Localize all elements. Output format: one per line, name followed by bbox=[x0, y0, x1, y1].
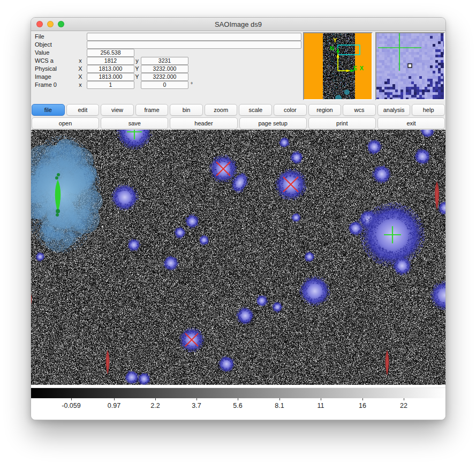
file-value-field bbox=[87, 33, 301, 41]
colorbar-tick bbox=[404, 398, 404, 400]
colorbar-label: 3.7 bbox=[192, 402, 201, 409]
frame-angle-field: 0 bbox=[141, 81, 188, 89]
colorbar-tick bbox=[362, 398, 363, 400]
colorbar-label: 5.6 bbox=[233, 402, 242, 409]
physical-x-field: 1813.000 bbox=[87, 65, 134, 73]
info-label-file: File bbox=[35, 33, 44, 40]
wcs-y-field: 3231 bbox=[141, 57, 188, 65]
frame-zoom-field: 1 bbox=[87, 81, 134, 89]
colorbar-label: -0.059 bbox=[62, 402, 80, 409]
info-label-physical: Physical bbox=[35, 65, 57, 72]
panner-axis-y-label: Y bbox=[333, 38, 337, 43]
colorbar-label: 22 bbox=[400, 402, 407, 409]
menu-row-main: file edit view frame bin zoom scale colo… bbox=[32, 104, 445, 116]
colorbar-label: 2.2 bbox=[150, 402, 160, 409]
menu-button-zoom[interactable]: zoom bbox=[205, 104, 238, 116]
colorbar-label: 16 bbox=[359, 402, 366, 409]
info-label-wcs: WCS a bbox=[35, 57, 54, 64]
menu-button-region[interactable]: region bbox=[308, 104, 342, 116]
colorbar-tick bbox=[71, 398, 72, 400]
info-label-image: Image bbox=[35, 73, 51, 80]
menu-row-file-actions: open save header page setup print exit bbox=[32, 117, 445, 129]
close-icon[interactable] bbox=[36, 21, 43, 27]
menu-button-wcs[interactable]: wcs bbox=[343, 104, 376, 116]
colorbar-label: 0.97 bbox=[108, 402, 120, 409]
panner-panel[interactable]: Y N E X bbox=[303, 32, 373, 100]
pixel-value-field: 256.538 bbox=[87, 49, 134, 57]
magnifier-panel bbox=[375, 32, 445, 100]
image-x-label: X bbox=[76, 73, 85, 80]
menu-button-save[interactable]: save bbox=[101, 117, 168, 129]
traffic-lights bbox=[36, 21, 64, 27]
colorbar-tick bbox=[114, 398, 115, 400]
wcs-x-field: 1812 bbox=[87, 57, 134, 65]
title-bar[interactable]: SAOImage ds9 bbox=[31, 18, 445, 31]
info-label-object: Object bbox=[35, 41, 52, 48]
menu-button-help[interactable]: help bbox=[412, 104, 445, 116]
menu-button-view[interactable]: view bbox=[101, 104, 134, 116]
physical-y-field: 3232.000 bbox=[141, 65, 188, 73]
colorbar-label: 8.1 bbox=[275, 402, 284, 409]
menu-button-page-setup[interactable]: page setup bbox=[239, 117, 307, 129]
image-y-label: Y bbox=[134, 73, 140, 80]
colorbar-tick bbox=[197, 398, 197, 400]
menu-bar: file edit view frame bin zoom scale colo… bbox=[31, 103, 445, 130]
menu-button-scale[interactable]: scale bbox=[239, 104, 272, 116]
image-y-field: 3232.000 bbox=[141, 73, 188, 81]
colorbar-tick bbox=[238, 398, 238, 400]
colorbar-tick bbox=[321, 398, 321, 400]
image-display bbox=[31, 130, 446, 385]
menu-button-bin[interactable]: bin bbox=[170, 104, 203, 116]
frame-zoom-label: x bbox=[76, 81, 85, 88]
degree-symbol: ° bbox=[191, 81, 193, 88]
panner-compass-e-label: E bbox=[353, 65, 357, 71]
colorbar-labels: -0.059 0.97 2.2 3.7 5.6 8.1 11 16 22 bbox=[31, 402, 446, 413]
colorbar-tick bbox=[279, 398, 280, 400]
menu-button-exit[interactable]: exit bbox=[377, 117, 445, 129]
menu-button-analysis[interactable]: analysis bbox=[377, 104, 411, 116]
info-label-frame: Frame 0 bbox=[35, 81, 57, 88]
colorbar-section: -0.059 0.97 2.2 3.7 5.6 8.1 11 16 22 bbox=[31, 385, 445, 420]
magnifier-canvas bbox=[376, 33, 444, 99]
menu-button-header[interactable]: header bbox=[170, 117, 237, 129]
zoom-icon[interactable] bbox=[58, 21, 64, 27]
physical-x-label: X bbox=[76, 65, 85, 72]
colorbar-label: 11 bbox=[318, 402, 324, 409]
menu-button-color[interactable]: color bbox=[274, 104, 307, 116]
menu-button-open[interactable]: open bbox=[32, 117, 99, 129]
wcs-y-label: y bbox=[134, 57, 140, 64]
image-x-field: 1813.000 bbox=[87, 73, 134, 81]
info-panel: File Object Value 256.538 WCS a x 1812 y… bbox=[31, 31, 445, 104]
main-image-canvas[interactable] bbox=[31, 130, 446, 385]
menu-button-print[interactable]: print bbox=[308, 117, 376, 129]
menu-button-file[interactable]: file bbox=[32, 104, 65, 116]
colorbar[interactable] bbox=[31, 388, 446, 398]
wcs-x-label: x bbox=[76, 57, 85, 64]
panner-compass-n-label: N bbox=[330, 46, 334, 51]
colorbar-tick bbox=[155, 398, 156, 400]
ds9-window: SAOImage ds9 File Object Value 256.538 W… bbox=[31, 17, 446, 420]
object-value-field bbox=[87, 41, 301, 49]
window-title: SAOImage ds9 bbox=[215, 20, 262, 28]
panner-axis-x-label: X bbox=[360, 65, 364, 71]
menu-button-frame[interactable]: frame bbox=[135, 104, 169, 116]
info-label-value: Value bbox=[35, 49, 49, 56]
physical-y-label: Y bbox=[134, 65, 140, 72]
menu-button-edit[interactable]: edit bbox=[66, 104, 100, 116]
minimize-icon[interactable] bbox=[47, 21, 54, 27]
